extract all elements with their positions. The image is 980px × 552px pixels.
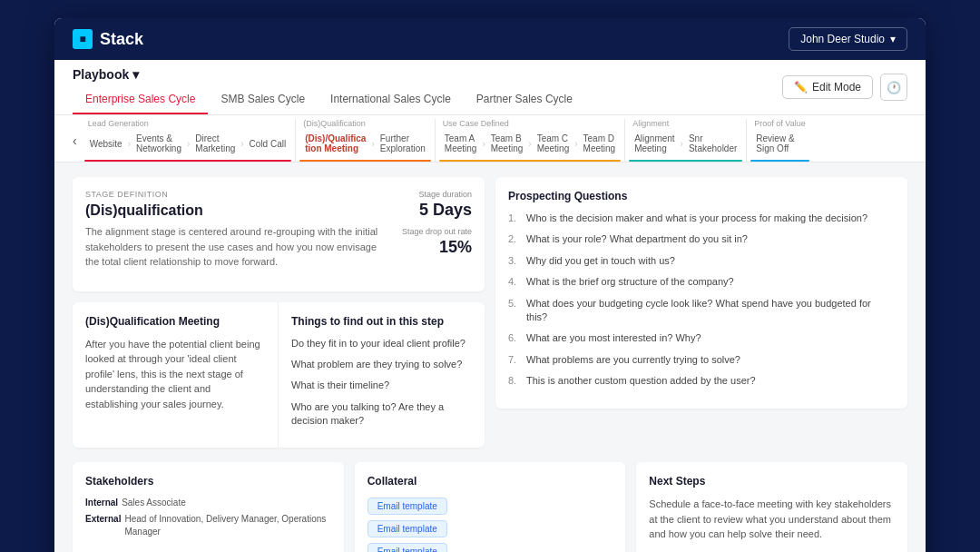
stage-pill-website[interactable]: Website [84, 135, 128, 153]
tab-international[interactable]: International Sales Cycle [318, 87, 464, 114]
group-bar-usecase [439, 160, 621, 162]
stage-group-label-lead-gen: Lead Generation [84, 119, 292, 128]
stage-pill-alignment-meeting[interactable]: AlignmentMeeting [629, 130, 680, 157]
all-stages: Lead Generation Website › Events &Networ… [84, 119, 809, 162]
stage-pill-further-exploration[interactable]: FurtherExploration [375, 130, 431, 157]
internal-label: Internal [85, 498, 118, 508]
stage-pills-alignment: AlignmentMeeting › SnrStakeholder [629, 130, 742, 157]
edit-mode-button[interactable]: ✏️ Edit Mode [782, 75, 873, 99]
question-7: 7. What problems are you currently tryin… [508, 353, 895, 367]
stage-def-description: The alignment stage is centered around r… [85, 224, 387, 270]
divider-4 [746, 119, 747, 162]
stage-def-left: Stage Definition (Dis)qualification The … [85, 190, 387, 270]
bottom-cards-row: Stakeholders Internal Sales Associate Ex… [54, 462, 926, 552]
stage-def-title: (Dis)qualification [85, 202, 387, 219]
main-content: Stage Definition (Dis)qualification The … [54, 163, 926, 462]
stage-group-alignment: Alignment AlignmentMeeting › SnrStakehol… [629, 119, 742, 162]
external-value: Head of Innovation, Delivery Manager, Op… [124, 513, 330, 538]
stage-group-label-alignment: Alignment [629, 119, 742, 128]
question-3: 3. Why did you get in touch with us? [508, 254, 895, 268]
stage-group-pov: Proof of Value Review &Sign Off [750, 119, 808, 162]
left-column: Stage Definition (Dis)qualification The … [73, 177, 485, 448]
user-menu-button[interactable]: John Deer Studio ▾ [789, 27, 907, 51]
sub-header-right: ✏️ Edit Mode 🕐 [782, 74, 907, 108]
stage-group-disqual: (Dis)Qualification (Dis)/Qualification M… [299, 119, 431, 162]
email-badge-1[interactable]: Email template [368, 498, 447, 515]
things-item-2: What problem are they trying to solve? [291, 358, 472, 371]
tab-enterprise[interactable]: Enterprise Sales Cycle [73, 87, 208, 114]
sub-header: Playbook ▾ Enterprise Sales Cycle SMB Sa… [54, 60, 926, 115]
things-item-3: What is their timeline? [291, 379, 472, 392]
divider-1 [295, 119, 296, 162]
logo-text: Stack [100, 30, 143, 49]
stage-pill-snr-stakeholder[interactable]: SnrStakeholder [683, 130, 742, 157]
stage-group-label-pov: Proof of Value [750, 119, 808, 128]
tab-smb[interactable]: SMB Sales Cycle [208, 87, 318, 114]
stage-definition-card: Stage Definition (Dis)qualification The … [73, 177, 485, 291]
things-to-find-section: Things to find out in this step Do they … [279, 302, 485, 448]
stage-pills-lead-gen: Website › Events &Networking › DirectMar… [84, 130, 292, 157]
stakeholders-card: Stakeholders Internal Sales Associate Ex… [73, 462, 344, 552]
stage-droprate-value: 15% [402, 238, 472, 257]
stage-pill-team-a[interactable]: Team AMeeting [439, 130, 483, 157]
stage-def-top: Stage Definition (Dis)qualification The … [85, 190, 472, 270]
stakeholders-title: Stakeholders [85, 475, 331, 488]
question-8: 8. This is another custom question added… [508, 374, 895, 388]
top-nav: ■ Stack John Deer Studio ▾ [54, 18, 926, 60]
question-1: 1. Who is the decision maker and what is… [508, 212, 895, 225]
tab-partner[interactable]: Partner Sales Cycle [464, 87, 585, 114]
group-bar-lead-gen [84, 160, 292, 162]
stage-group-usecase: Use Case Defined Team AMeeting › Team BM… [439, 119, 621, 162]
stage-group-label-usecase: Use Case Defined [439, 119, 621, 128]
back-arrow-button[interactable]: ‹ [73, 133, 84, 148]
stage-pill-review-signoff[interactable]: Review &Sign Off [750, 130, 799, 157]
stage-pills-usecase: Team AMeeting › Team BMeeting › Team CMe… [439, 130, 621, 157]
things-item-4: Who are you talking to? Are they a decis… [291, 400, 472, 429]
stage-pill-team-c[interactable]: Team CMeeting [532, 130, 575, 157]
question-2: 2. What is your role? What department do… [508, 232, 895, 246]
stage-navigation: ‹ Lead Generation Website › Events &Netw… [54, 115, 926, 163]
stage-pill-team-b[interactable]: Team BMeeting [485, 130, 529, 157]
playbook-breadcrumb[interactable]: Playbook ▾ [73, 67, 585, 82]
things-to-find-list: Do they fit in to your ideal client prof… [291, 337, 472, 429]
next-steps-title: Next Steps [649, 475, 895, 488]
stage-pill-team-d[interactable]: Team DMeeting [578, 130, 622, 157]
chevron-down-icon: ▾ [890, 33, 896, 45]
sub-header-left: Playbook ▾ Enterprise Sales Cycle SMB Sa… [73, 67, 585, 114]
user-name: John Deer Studio [800, 33, 885, 45]
internal-value: Sales Associate [122, 497, 186, 509]
tabs-row: Enterprise Sales Cycle SMB Sales Cycle I… [73, 87, 585, 114]
qualification-meeting-section: (Dis)Qualification Meeting After you hav… [73, 302, 279, 448]
history-icon: 🕐 [887, 81, 901, 94]
next-steps-description: Schedule a face-to-face meeting with key… [649, 497, 895, 542]
qualification-meeting-body: After you have the potential client bein… [85, 337, 265, 412]
next-steps-card: Next Steps Schedule a face-to-face meeti… [636, 462, 907, 552]
stage-pill-events[interactable]: Events &Networking [131, 130, 187, 157]
question-4: 4. What is the brief org structure of th… [508, 275, 895, 289]
stage-group-lead-gen: Lead Generation Website › Events &Networ… [84, 119, 292, 162]
logo-icon: ■ [73, 29, 93, 49]
collateral-items: Email template Email template Email temp… [368, 497, 613, 552]
stage-pill-cold-call[interactable]: Cold Call [244, 135, 292, 153]
history-button[interactable]: 🕐 [880, 74, 907, 101]
question-6: 6. What are you most interested in? Why? [508, 331, 895, 345]
stage-pill-direct[interactable]: DirectMarketing [190, 130, 240, 157]
collateral-title: Collateral [368, 475, 613, 488]
question-5: 5. What does your budgeting cycle look l… [508, 297, 895, 325]
stage-def-label: Stage Definition [85, 190, 387, 199]
right-column: Prospecting Questions 1. Who is the deci… [495, 177, 907, 448]
stage-pill-disqual-meeting[interactable]: (Dis)/Qualification Meeting [299, 130, 371, 157]
stage-pills-disqual: (Dis)/Qualification Meeting › FurtherExp… [299, 130, 431, 157]
group-bar-alignment [629, 160, 742, 162]
things-to-find-title: Things to find out in this step [291, 315, 472, 328]
email-badge-2[interactable]: Email template [368, 520, 447, 537]
divider-2 [435, 119, 436, 162]
email-badge-3[interactable]: Email template [368, 543, 447, 552]
prospecting-questions-title: Prospecting Questions [508, 190, 895, 202]
pencil-icon: ✏️ [794, 81, 808, 94]
group-bar-disqual [299, 160, 431, 162]
stage-stats: Stage duration 5 Days Stage drop out rat… [402, 190, 472, 257]
stage-duration-label: Stage duration [402, 190, 472, 199]
stage-droprate-label: Stage drop out rate [402, 227, 472, 236]
app-window: ■ Stack John Deer Studio ▾ Playbook ▾ En… [54, 18, 926, 552]
